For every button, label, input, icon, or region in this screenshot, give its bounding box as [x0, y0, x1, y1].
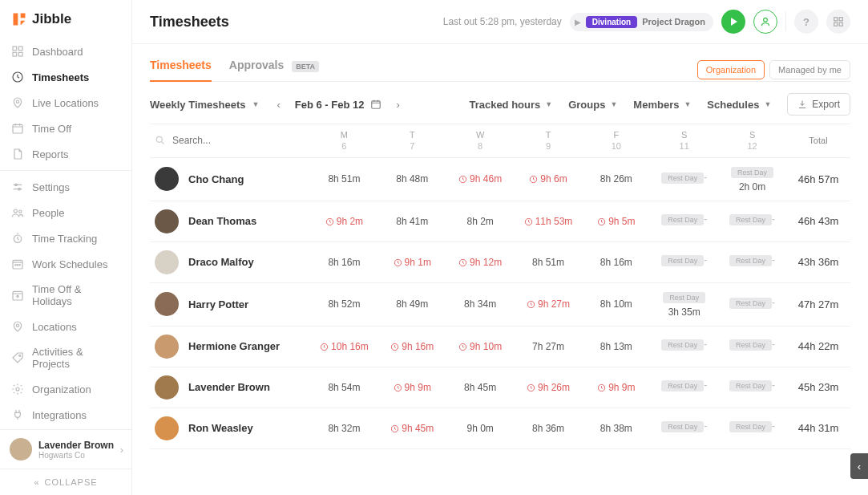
name-cell: Hermione Granger — [150, 335, 310, 359]
play-button[interactable] — [721, 10, 745, 34]
page-title: Timesheets — [150, 14, 229, 30]
topbar: Timesheets Last out 5:28 pm, yesterday ▶… — [132, 0, 868, 44]
day-cell: Rest Day3h 35m — [650, 291, 718, 318]
seg-organization[interactable]: Organization — [697, 60, 765, 79]
overtime-clock-icon — [394, 258, 402, 267]
svg-rect-25 — [834, 22, 838, 26]
table-row[interactable]: Cho Chang 8h 51m8h 48m9h 46m9h 6m8h 26mR… — [150, 158, 850, 201]
filter-schedules-label: Schedules — [707, 99, 759, 111]
search-icon — [155, 135, 166, 146]
day-cell: 9h 27m — [515, 298, 583, 310]
nav-time-off[interactable]: Time Off — [0, 116, 131, 141]
filter-schedules[interactable]: Schedules▼ — [707, 99, 771, 111]
nav-time-off-holidays[interactable]: Time Off & Holidays — [0, 277, 131, 314]
holiday-icon — [11, 289, 24, 302]
filter-groups[interactable]: Groups▼ — [568, 99, 617, 111]
last-out-text: Last out 5:28 pm, yesterday — [443, 16, 562, 27]
caret-down-icon: ▼ — [764, 100, 771, 108]
svg-rect-0 — [14, 14, 18, 26]
profile-button[interactable] — [753, 10, 777, 34]
edge-collapse-tab[interactable]: ‹ — [850, 453, 868, 479]
table-row[interactable]: Dean Thomas 9h 2m8h 41m8h 2m11h 53m9h 5m… — [150, 201, 850, 242]
person-name: Cho Chang — [188, 173, 244, 185]
day-cell: 8h 10m — [582, 298, 650, 310]
day-cell: Rest Day- — [718, 254, 786, 270]
table-row[interactable]: Lavender Brown 8h 54m9h 9m8h 45m9h 26m9h… — [150, 367, 850, 408]
nav-live-locations[interactable]: Live Locations — [0, 90, 131, 116]
nav-time-tracking[interactable]: Time Tracking — [0, 225, 131, 251]
search-input[interactable] — [172, 135, 268, 146]
table-row[interactable]: Draco Malfoy 8h 16m9h 1m9h 12m8h 51m8h 1… — [150, 242, 850, 283]
seg-managed-by-me[interactable]: Managed by me — [769, 60, 850, 79]
table-row[interactable]: Hermione Granger 10h 16m9h 16m9h 10m7h 2… — [150, 327, 850, 367]
nav-label: Work Schedules — [32, 258, 107, 270]
svg-rect-1 — [21, 14, 26, 18]
nav-label: Organization — [32, 383, 91, 396]
filter-members[interactable]: Members▼ — [633, 99, 691, 111]
export-button[interactable]: Export — [787, 93, 850, 116]
nav-organization[interactable]: Organization — [0, 376, 131, 402]
search-cell — [150, 135, 310, 146]
beta-badge: BETA — [292, 61, 319, 72]
total-cell: 44h 31m — [786, 422, 850, 434]
help-button[interactable]: ? — [794, 10, 818, 34]
day-cell: 9h 46m — [446, 173, 515, 185]
sidebar: Jibble DashboardTimesheetsLive Locations… — [0, 0, 132, 495]
nav-reports[interactable]: Reports — [0, 141, 131, 167]
table-row[interactable]: Ron Weasley 8h 32m9h 45m9h 0m8h 36m8h 38… — [150, 408, 850, 449]
table-row[interactable]: Harry Potter 8h 52m8h 49m8h 34m9h 27m8h … — [150, 283, 850, 327]
rest-day-badge: Rest Day — [729, 421, 772, 432]
tab-approvals[interactable]: Approvals BETA — [229, 59, 319, 81]
day-cell: 9h 12m — [446, 257, 515, 268]
filter-tracked-hours[interactable]: Tracked hours▼ — [469, 99, 552, 111]
day-cell: Rest Day2h 0m — [718, 166, 786, 193]
nav-locations[interactable]: Locations — [0, 314, 131, 339]
avatar-icon — [155, 250, 179, 274]
day-cell: Rest Day- — [650, 379, 718, 395]
day-header: F10 — [582, 129, 650, 152]
day-cell: 9h 0m — [446, 423, 515, 434]
nav-work-schedules[interactable]: Work Schedules — [0, 251, 131, 277]
name-cell: Ron Weasley — [150, 416, 310, 440]
prev-week-button[interactable]: ‹ — [273, 95, 283, 114]
day-cell: 8h 41m — [378, 216, 446, 227]
tab-timesheets[interactable]: Timesheets — [150, 59, 212, 81]
day-cell: 8h 49m — [378, 298, 446, 310]
day-cell: 8h 16m — [310, 257, 378, 268]
nav-activities-projects[interactable]: Activities & Projects — [0, 339, 131, 376]
rest-day-badge: Rest Day — [729, 298, 772, 309]
name-cell: Lavender Brown — [150, 375, 310, 400]
overtime-clock-icon — [458, 343, 467, 351]
nav-label: Integrations — [32, 409, 87, 421]
day-header: S12 — [718, 129, 786, 152]
rest-day-badge: Rest Day — [663, 292, 705, 303]
rest-day-badge: Rest Day — [731, 167, 773, 178]
day-cell: Rest Day- — [718, 379, 786, 395]
day-cell: 8h 32m — [310, 423, 378, 434]
activity-pill[interactable]: ▶ Divination Project Dragon — [570, 13, 713, 31]
nav-dashboard[interactable]: Dashboard — [0, 39, 131, 64]
day-header: T9 — [515, 129, 583, 152]
chevron-left-icon: ‹ — [858, 461, 861, 473]
overtime-clock-icon — [458, 258, 467, 267]
nav-timesheets[interactable]: Timesheets — [0, 64, 131, 90]
collapse-button[interactable]: COLLAPSE — [0, 469, 131, 495]
view-selector[interactable]: Weekly Timesheets ▼ — [150, 99, 259, 111]
person-name: Lavender Brown — [188, 381, 270, 393]
nav-people[interactable]: People — [0, 200, 131, 225]
name-cell: Cho Chang — [150, 167, 310, 191]
nav-integrations[interactable]: Integrations — [0, 402, 131, 428]
brand-name: Jibble — [32, 11, 71, 27]
overtime-clock-icon — [325, 217, 334, 226]
chevron-right-icon: › — [120, 444, 123, 456]
gear-icon — [11, 383, 24, 396]
day-cell: 7h 27m — [515, 341, 583, 352]
table-body: Cho Chang 8h 51m8h 48m9h 46m9h 6m8h 26mR… — [150, 158, 850, 449]
project-chip: Project Dragon — [642, 17, 705, 26]
date-range[interactable]: Feb 6 - Feb 12 — [295, 99, 382, 111]
nav-label: Live Locations — [32, 97, 99, 109]
apps-button[interactable] — [826, 10, 850, 34]
next-week-button[interactable]: › — [393, 95, 402, 114]
nav-settings[interactable]: Settings — [0, 174, 131, 200]
sidebar-user[interactable]: Lavender Brown Hogwarts Co › — [0, 429, 131, 469]
